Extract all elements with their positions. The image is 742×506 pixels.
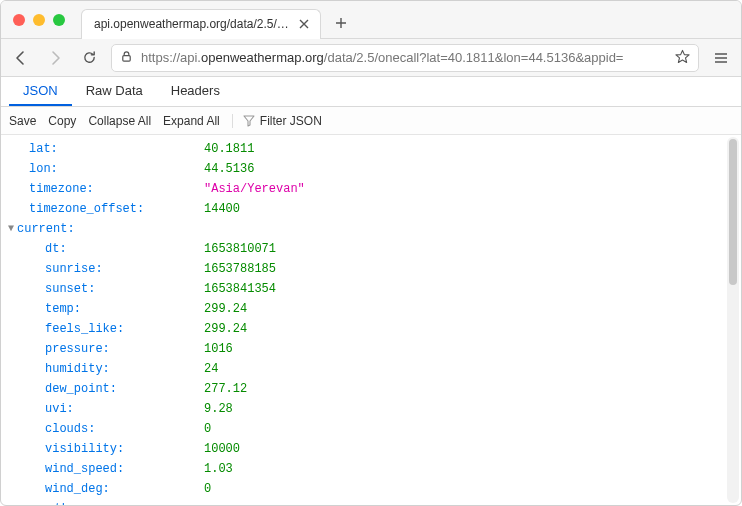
json-row[interactable]: lat:40.1811 [5,139,741,159]
app-menu-button[interactable] [709,46,733,70]
chevron-down-icon: ▼ [5,219,17,239]
traffic-lights [13,14,65,26]
svg-rect-0 [123,55,130,61]
lock-icon [120,50,133,66]
json-row[interactable]: pressure:1016 [5,339,741,359]
json-row[interactable]: wind_deg:0 [5,479,741,499]
json-row[interactable]: uvi:9.28 [5,399,741,419]
vertical-scrollbar[interactable] [727,137,739,503]
filter-json-input[interactable]: Filter JSON [232,114,733,128]
json-row[interactable]: sunrise:1653788185 [5,259,741,279]
tab-json[interactable]: JSON [9,77,72,106]
close-window-button[interactable] [13,14,25,26]
response-view-tabs: JSON Raw Data Headers [1,77,741,107]
json-toolbar: Save Copy Collapse All Expand All Filter… [1,107,741,135]
save-button[interactable]: Save [9,114,36,128]
json-row[interactable]: dt:1653810071 [5,239,741,259]
json-tree: lat:40.1811 lon:44.5136 timezone:"Asia/Y… [1,135,741,505]
json-row[interactable]: clouds:0 [5,419,741,439]
json-row-expandable[interactable]: ▼current: [5,219,741,239]
collapse-all-button[interactable]: Collapse All [88,114,151,128]
json-row[interactable]: lon:44.5136 [5,159,741,179]
json-row[interactable]: timezone:"Asia/Yerevan" [5,179,741,199]
minimize-window-button[interactable] [33,14,45,26]
chevron-down-icon: ▼ [21,499,33,505]
back-button[interactable] [9,46,33,70]
new-tab-button[interactable] [327,9,355,37]
tab-raw-data[interactable]: Raw Data [72,77,157,106]
json-row[interactable]: visibility:10000 [5,439,741,459]
url-toolbar: https://api.openweathermap.org/data/2.5/… [1,39,741,77]
reload-button[interactable] [77,46,101,70]
funnel-icon [243,115,255,127]
window-titlebar: api.openweathermap.org/data/2.5/on [1,1,741,39]
url-text: https://api.openweathermap.org/data/2.5/… [141,50,667,65]
expand-all-button[interactable]: Expand All [163,114,220,128]
forward-button[interactable] [43,46,67,70]
bookmark-star-icon[interactable] [675,49,690,67]
maximize-window-button[interactable] [53,14,65,26]
json-row[interactable]: sunset:1653841354 [5,279,741,299]
json-row[interactable]: humidity:24 [5,359,741,379]
scrollbar-thumb[interactable] [729,139,737,285]
browser-tab[interactable]: api.openweathermap.org/data/2.5/on [81,9,321,39]
json-row[interactable]: wind_speed:1.03 [5,459,741,479]
json-row[interactable]: dew_point:277.12 [5,379,741,399]
json-row-expandable[interactable]: ▼weather: [5,499,741,505]
close-tab-button[interactable] [296,16,312,32]
json-row[interactable]: temp:299.24 [5,299,741,319]
json-row[interactable]: timezone_offset:14400 [5,199,741,219]
tab-title: api.openweathermap.org/data/2.5/on [94,17,290,31]
address-bar[interactable]: https://api.openweathermap.org/data/2.5/… [111,44,699,72]
json-row[interactable]: feels_like:299.24 [5,319,741,339]
copy-button[interactable]: Copy [48,114,76,128]
tab-headers[interactable]: Headers [157,77,234,106]
filter-placeholder: Filter JSON [260,114,322,128]
